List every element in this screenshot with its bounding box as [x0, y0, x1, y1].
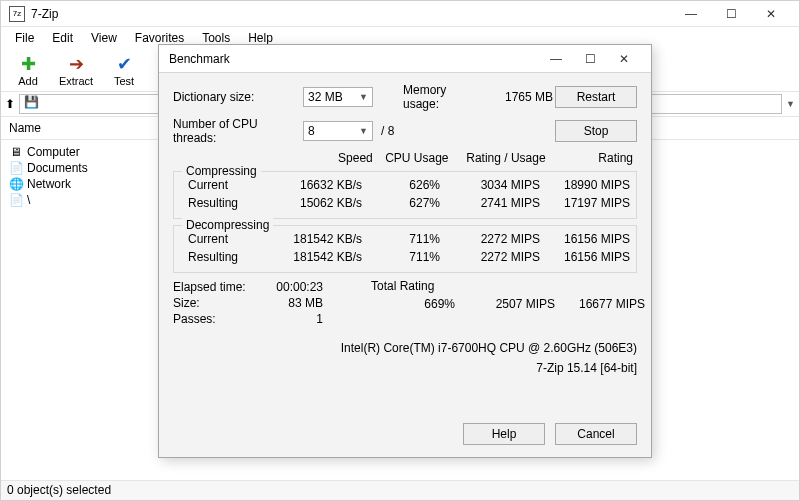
version-info: 7-Zip 15.14 [64-bit] — [173, 361, 637, 375]
dialog-maximize-button[interactable]: ☐ — [573, 48, 607, 70]
decomp-resulting-r: 16156 MIPS — [544, 250, 634, 264]
check-icon: ✔ — [113, 53, 135, 75]
decompressing-group: Decompressing Current 181542 KB/s 711% 2… — [173, 225, 637, 273]
decomp-current-speed: 181542 KB/s — [266, 232, 366, 246]
elapsed-label: Elapsed time: — [173, 280, 261, 294]
decomp-resulting-speed: 181542 KB/s — [266, 250, 366, 264]
cpu-info: Intel(R) Core(TM) i7-6700HQ CPU @ 2.60GH… — [173, 341, 637, 355]
comp-current-ru: 3034 MIPS — [444, 178, 544, 192]
extract-button[interactable]: ➔ Extract — [53, 51, 99, 89]
main-titlebar: 7z 7-Zip — ☐ ✕ — [1, 1, 799, 27]
threads-select[interactable]: 8 ▼ — [303, 121, 373, 141]
header-rating-usage: Rating / Usage — [453, 151, 550, 165]
network-icon: 🌐 — [9, 177, 23, 191]
chevron-down-icon: ▼ — [359, 92, 368, 102]
threads-value: 8 — [308, 124, 315, 138]
dialog-close-button[interactable]: ✕ — [607, 48, 641, 70]
dict-size-value: 32 MB — [308, 90, 343, 104]
plus-icon: ✚ — [17, 53, 39, 75]
decomp-current-ru: 2272 MIPS — [444, 232, 544, 246]
drive-icon: 💾 — [24, 95, 39, 109]
size-value: 83 MB — [261, 296, 323, 310]
passes-value: 1 — [261, 312, 323, 326]
close-button[interactable]: ✕ — [751, 2, 791, 26]
size-label: Size: — [173, 296, 261, 310]
up-icon[interactable]: ⬆ — [5, 97, 15, 111]
minimize-button[interactable]: — — [671, 2, 711, 26]
list-item-label: Computer — [27, 145, 80, 159]
chevron-down-icon[interactable]: ▼ — [786, 99, 795, 109]
dialog-titlebar[interactable]: Benchmark — ☐ ✕ — [159, 45, 651, 73]
dict-size-select[interactable]: 32 MB ▼ — [303, 87, 373, 107]
comp-resulting-speed: 15062 KB/s — [266, 196, 366, 210]
add-button[interactable]: ✚ Add — [5, 51, 51, 89]
header-speed: Speed — [262, 151, 377, 165]
blank-icon: 📄 — [9, 193, 23, 207]
app-icon: 7z — [9, 6, 25, 22]
status-text: 0 object(s) selected — [7, 483, 111, 497]
decomp-current-cpu: 711% — [366, 232, 444, 246]
mem-usage-value: 1765 MB — [483, 90, 553, 104]
extract-icon: ➔ — [65, 53, 87, 75]
comp-current-cpu: 626% — [366, 178, 444, 192]
total-ru: 2507 MIPS — [455, 297, 555, 311]
help-button[interactable]: Help — [463, 423, 545, 445]
decomp-resulting-label: Resulting — [188, 250, 266, 264]
passes-label: Passes: — [173, 312, 261, 326]
statusbar: 0 object(s) selected — [1, 480, 799, 500]
elapsed-value: 00:00:23 — [261, 280, 323, 294]
list-item-label: Documents — [27, 161, 88, 175]
benchmark-dialog: Benchmark — ☐ ✕ Dictionary size: 32 MB ▼… — [158, 44, 652, 458]
total-cpu: 669% — [377, 297, 455, 311]
app-title: 7-Zip — [31, 7, 671, 21]
folder-icon: 📄 — [9, 161, 23, 175]
compressing-title: Compressing — [182, 164, 261, 178]
list-item-label: Network — [27, 177, 71, 191]
cancel-button[interactable]: Cancel — [555, 423, 637, 445]
threads-total: / 8 — [373, 124, 394, 138]
mem-usage-label: Memory usage: — [373, 83, 483, 111]
stop-button[interactable]: Stop — [555, 120, 637, 142]
comp-resulting-r: 17197 MIPS — [544, 196, 634, 210]
chevron-down-icon: ▼ — [359, 126, 368, 136]
computer-icon: 🖥 — [9, 145, 23, 159]
menu-file[interactable]: File — [7, 29, 42, 47]
decomp-resulting-cpu: 711% — [366, 250, 444, 264]
comp-current-r: 18990 MIPS — [544, 178, 634, 192]
decomp-current-label: Current — [188, 232, 266, 246]
dialog-minimize-button[interactable]: — — [539, 48, 573, 70]
total-r: 16677 MIPS — [555, 297, 645, 311]
decomp-current-r: 16156 MIPS — [544, 232, 634, 246]
list-item-label: \ — [27, 193, 30, 207]
comp-resulting-ru: 2741 MIPS — [444, 196, 544, 210]
comp-resulting-label: Resulting — [188, 196, 266, 210]
maximize-button[interactable]: ☐ — [711, 2, 751, 26]
decomp-resulting-ru: 2272 MIPS — [444, 250, 544, 264]
restart-button[interactable]: Restart — [555, 86, 637, 108]
total-rating-label: Total Rating — [347, 279, 645, 293]
header-cpu: CPU Usage — [377, 151, 453, 165]
dict-size-label: Dictionary size: — [173, 90, 303, 104]
test-button[interactable]: ✔ Test — [101, 51, 147, 89]
comp-current-label: Current — [188, 178, 266, 192]
compressing-group: Compressing Current 16632 KB/s 626% 3034… — [173, 171, 637, 219]
menu-edit[interactable]: Edit — [44, 29, 81, 47]
decompressing-title: Decompressing — [182, 218, 273, 232]
dialog-title: Benchmark — [169, 52, 539, 66]
comp-resulting-cpu: 627% — [366, 196, 444, 210]
menu-view[interactable]: View — [83, 29, 125, 47]
header-rating: Rating — [550, 151, 637, 165]
comp-current-speed: 16632 KB/s — [266, 178, 366, 192]
threads-label: Number of CPU threads: — [173, 117, 303, 145]
